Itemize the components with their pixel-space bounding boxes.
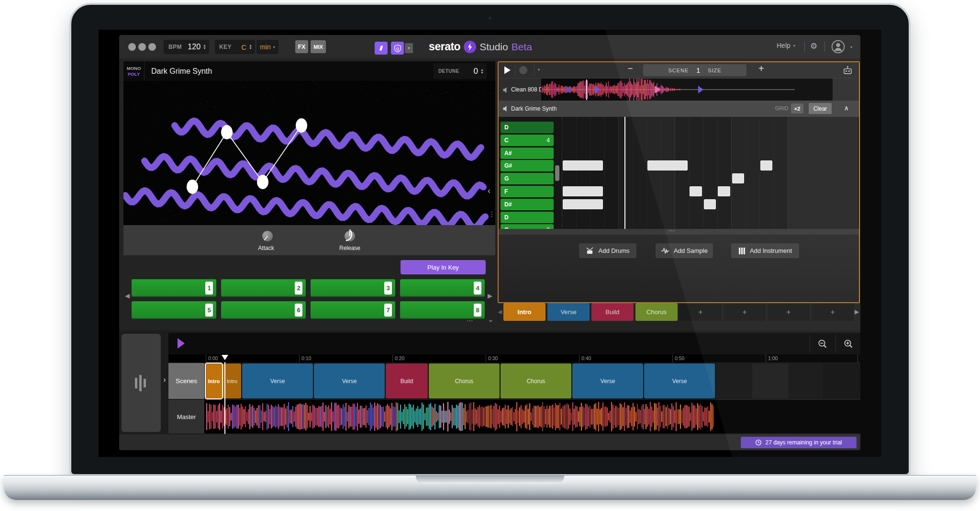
midi-note[interactable] <box>760 160 773 170</box>
speaker-icon[interactable] <box>502 87 509 93</box>
grid-cell[interactable] <box>703 117 717 229</box>
window-control-dot[interactable] <box>128 43 136 51</box>
timeline-empty-cell[interactable] <box>716 363 752 398</box>
track-row-synth[interactable]: Dark Grime Synth GRID ×2 Clear ∧ <box>499 101 859 117</box>
midi-note[interactable] <box>690 186 702 196</box>
mono-label[interactable]: MONO <box>127 66 141 71</box>
trial-badge[interactable]: 27 days remaining in your trial <box>741 437 857 448</box>
tabs-scroll-left-icon[interactable]: ◀ <box>498 308 502 315</box>
fx-button[interactable]: FX <box>295 40 308 53</box>
scene-tab-build[interactable]: Build <box>591 303 634 321</box>
play-in-key-button[interactable]: Play In Key <box>401 260 486 274</box>
scene-size-decrease-icon[interactable]: − <box>628 64 633 74</box>
key-mode-value[interactable]: min <box>260 43 271 51</box>
grid-cell[interactable] <box>590 117 604 229</box>
chevron-down-icon[interactable]: ▾ <box>850 45 852 49</box>
timeline-block-intro[interactable]: Intro <box>223 363 241 398</box>
timeline-rail[interactable] <box>122 334 161 432</box>
piano-key-g[interactable]: G <box>501 173 554 184</box>
window-control-dot[interactable] <box>148 43 156 51</box>
grid-cell[interactable] <box>633 117 647 229</box>
midi-note[interactable] <box>563 199 603 209</box>
performance-pad[interactable]: 4 <box>400 279 485 297</box>
key-stepper[interactable]: ▲ ▼ <box>249 44 252 50</box>
drum-track-waveform[interactable] <box>541 79 833 101</box>
midi-note[interactable] <box>563 160 603 170</box>
zoom-in-button[interactable] <box>835 335 860 352</box>
midi-note[interactable] <box>732 173 745 183</box>
grid-cell[interactable] <box>675 117 689 229</box>
poly-label[interactable]: POLY <box>128 71 140 77</box>
midi-note[interactable] <box>718 186 730 196</box>
add-instrument-button[interactable]: Add Instrument <box>731 243 799 258</box>
grid-cell[interactable] <box>746 117 760 229</box>
envelope-node[interactable] <box>296 118 307 133</box>
timeline-block-build[interactable]: Build <box>386 363 428 398</box>
pads-drag-handle-icon[interactable]: ⋯ <box>467 317 475 324</box>
performance-pad[interactable]: 3 <box>311 279 395 297</box>
scene-tab-intro[interactable]: Intro <box>503 303 546 321</box>
grid-cell[interactable] <box>646 117 661 229</box>
autopilot-robot-icon[interactable] <box>842 65 853 76</box>
tabs-scroll-right-icon[interactable]: ▶ <box>855 308 859 315</box>
track-row-drums[interactable]: Clean 808 Drum… <box>499 78 859 101</box>
performance-pad[interactable]: 7 <box>311 301 395 319</box>
timeline-block-intro[interactable]: Intro <box>206 363 222 398</box>
mix-button[interactable]: MIX <box>311 40 326 53</box>
piano-key-d[interactable]: D <box>501 122 554 133</box>
piano-roll[interactable]: DC4A#G#GFD#DC3 <box>499 117 859 229</box>
attack-knob[interactable] <box>260 229 275 243</box>
grid-cell[interactable] <box>717 117 732 229</box>
envelope-node[interactable] <box>221 125 233 139</box>
next-bar-area[interactable] <box>788 117 858 229</box>
mode-dropdown-button[interactable]: ▾ <box>405 43 413 53</box>
release-knob[interactable] <box>342 228 358 244</box>
rail-expand-icon[interactable]: › <box>163 375 166 385</box>
midi-note[interactable] <box>704 199 716 209</box>
time-ruler[interactable]: 0:000:100:200:300:400:501:001:10 <box>168 354 860 363</box>
performance-pad[interactable]: 1 <box>132 279 216 297</box>
panel-collapse-icon[interactable]: ‹ <box>488 186 490 196</box>
timeline-block-verse[interactable]: Verse <box>242 363 313 398</box>
pads-scroll-left-icon[interactable]: ◀ <box>125 293 130 299</box>
stepper-down-icon[interactable]: ▼ <box>249 47 252 50</box>
window-control-dot[interactable] <box>138 43 146 51</box>
detune-value[interactable]: 0 <box>474 67 478 76</box>
quantize-shield-button[interactable]: Q <box>391 42 404 55</box>
detune-control[interactable]: DETUNE 0 ▲ ▼ <box>434 63 487 79</box>
scene-tab-add[interactable]: + <box>812 303 854 321</box>
timeline-block-chorus[interactable]: Chorus <box>429 363 500 398</box>
collapse-track-icon[interactable]: ∧ <box>844 104 849 112</box>
stepper-down-icon[interactable]: ▼ <box>203 47 206 50</box>
performance-pad[interactable]: 5 <box>132 301 216 319</box>
timeline-block-verse[interactable]: Verse <box>314 363 385 398</box>
piano-key-gs[interactable]: G# <box>501 160 554 171</box>
timeline-empty-cell[interactable] <box>789 363 823 398</box>
speaker-icon[interactable] <box>502 105 509 112</box>
scene-tab-chorus[interactable]: Chorus <box>635 303 678 321</box>
envelope-node[interactable] <box>257 175 268 189</box>
user-avatar-icon[interactable] <box>831 40 845 56</box>
piano-key-f[interactable]: F <box>501 186 554 197</box>
grid-cell[interactable] <box>576 117 590 229</box>
scene-tab-add[interactable]: + <box>768 303 810 321</box>
bpm-stepper[interactable]: ▲ ▼ <box>203 44 206 50</box>
practice-mode-button[interactable] <box>375 42 388 55</box>
piano-roll-scroll-strip[interactable]: ⋯ <box>499 229 859 235</box>
pads-collapse-icon[interactable]: ⌄ <box>488 315 494 324</box>
piano-key-c[interactable]: C3 <box>501 224 554 229</box>
performance-pad[interactable]: 6 <box>221 301 306 319</box>
key-mode-select[interactable]: min ▾ <box>256 40 278 54</box>
envelope-node[interactable] <box>187 180 198 194</box>
key-control[interactable]: KEY C ▲ ▼ <box>215 40 255 54</box>
timeline-empty-cell[interactable] <box>752 363 789 398</box>
mono-poly-toggle[interactable]: MONO POLY <box>123 61 145 81</box>
transport-dropdown-icon[interactable]: ▾ <box>538 68 540 72</box>
panel-drag-handle-icon[interactable]: ⋮ <box>489 210 495 218</box>
add-sample-button[interactable]: Add Sample <box>656 243 713 258</box>
scene-tab-add[interactable]: + <box>724 303 766 321</box>
playhead-marker[interactable] <box>222 355 228 360</box>
record-icon[interactable] <box>519 66 527 74</box>
master-waveform[interactable] <box>206 400 860 433</box>
clear-button[interactable]: Clear <box>809 103 832 114</box>
